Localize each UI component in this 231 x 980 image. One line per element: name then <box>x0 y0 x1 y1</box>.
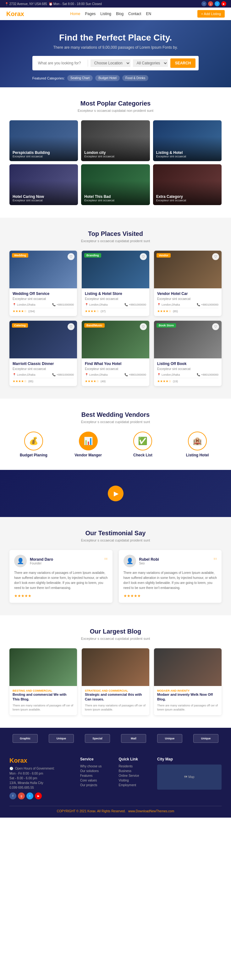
testi-name-2: Rubel Robi <box>139 557 159 562</box>
place-name-5: Find What You Hotel <box>85 361 146 366</box>
navbar: Korax Home Pages Listing Blog Contact EN… <box>0 8 231 20</box>
vendor-icon-budget: 💰 <box>24 431 43 450</box>
testi-text-2: There are many variations of passages of… <box>124 570 217 590</box>
testi-avatar-1: 👤 <box>14 555 27 567</box>
nav-listing[interactable]: Listing <box>100 12 111 16</box>
googleplus-icon-top[interactable]: g <box>208 1 213 6</box>
testimonial-2: 👤 Rubel Robi Seo " There are many variat… <box>119 550 222 603</box>
logo[interactable]: Korax <box>6 10 24 18</box>
featured-tag-seating[interactable]: Seating Chart <box>67 75 93 81</box>
footer-service-link-3[interactable]: Features <box>80 774 113 777</box>
place-badge-4: Catering <box>12 323 28 328</box>
footer-service-link-5[interactable]: Our projects <box>80 783 113 787</box>
place-reviews-3: (85) <box>173 310 178 313</box>
popular-categories-title: Most Poplar Categories <box>10 100 221 107</box>
featured-tag-hotel[interactable]: Budget Hotel <box>95 75 120 81</box>
place-desc-4: Excepteur sint occaecat <box>13 367 74 371</box>
footer-quick-link-4[interactable]: Visiting <box>119 779 151 782</box>
place-reviews-6: (19) <box>173 380 178 383</box>
category-card-6[interactable]: Extra Category Excepteur sint occaecat <box>153 164 221 205</box>
places-grid: Wedding ♡ Wedding Off Service Excepteur … <box>10 251 221 386</box>
footer-citymap: City Map 🗺 Map <box>157 757 221 799</box>
fav-btn-2[interactable]: ♡ <box>140 253 147 260</box>
footer-quicklink-title: Quick Link <box>119 757 151 761</box>
blog-card-2[interactable]: Strategic and commercial Strategic and c… <box>82 648 149 715</box>
place-phone-6: 📞 +8801000000 <box>197 373 218 376</box>
map-placeholder: 🗺 Map <box>157 765 221 790</box>
nav-contact[interactable]: Contact <box>128 12 141 16</box>
footer: Korax 🕐Open Hours of Government: Mon - F… <box>0 749 231 818</box>
place-card-2[interactable]: Branding ♡ Listing & Hotel Store Excepte… <box>82 251 149 316</box>
place-img-4: Catering ♡ <box>10 321 77 358</box>
play-button[interactable]: ▶ <box>108 485 124 501</box>
featured-tag-food[interactable]: Food & Drinks <box>122 75 148 81</box>
category-card-4[interactable]: Hotel Caring Now Excepteur sint occaecat <box>10 164 78 205</box>
fav-btn-3[interactable]: ♡ <box>212 253 219 260</box>
category-select[interactable]: All Categories <box>133 59 168 67</box>
nav-home[interactable]: Home <box>70 12 80 16</box>
location-select[interactable]: Choose Location <box>91 59 131 67</box>
fav-btn-5[interactable]: ♡ <box>140 323 147 330</box>
blog-title: Our Largest Blog <box>10 628 221 635</box>
footer-quick-link-1[interactable]: Residents <box>119 765 151 768</box>
place-loc-2: 📍 London,Dhaka <box>85 303 108 306</box>
add-listing-button[interactable]: + Add Listing <box>198 10 225 18</box>
footer-quick-link-2[interactable]: Business <box>119 769 151 773</box>
fav-btn-1[interactable]: ♡ <box>68 253 75 260</box>
blog-img-3 <box>154 648 221 686</box>
testi-info-2: Rubel Robi Seo <box>139 557 159 565</box>
footer-google-icon[interactable]: g <box>18 792 25 799</box>
footer-service-link-2[interactable]: Our solutions <box>80 769 113 773</box>
hero-section: Find the Perfect Place City. There are m… <box>0 20 231 88</box>
blog-card-3[interactable]: Modaer and inventy Modaer and inventy We… <box>154 648 221 715</box>
footer-service-link-4[interactable]: Core values <box>80 779 113 782</box>
place-badge-3: Vendor <box>156 253 170 258</box>
footer-quick-link-5[interactable]: Employment <box>119 783 151 787</box>
search-input[interactable] <box>35 60 88 67</box>
category-card-2[interactable]: London city Excepteur sint occaecat <box>81 120 150 161</box>
place-name-1: Wedding Off Service <box>13 291 74 296</box>
nav-blog[interactable]: Blog <box>116 12 124 16</box>
footer-service: Service Why choose us Our solutions Feat… <box>80 757 113 799</box>
place-card-5[interactable]: Band/Music ♡ Find What You Hotel Excepte… <box>82 321 149 386</box>
category-card-3[interactable]: Listing & Hotel Excepteur sint occaecat <box>153 120 221 161</box>
place-name-4: Marriott Classic Dinner <box>13 361 74 366</box>
fav-btn-4[interactable]: ♡ <box>68 323 75 330</box>
facebook-icon-top[interactable]: f <box>201 1 207 6</box>
place-card-1[interactable]: Wedding ♡ Wedding Off Service Excepteur … <box>10 251 77 316</box>
address-text: 📍 2732 Avenue, NY USA 685 ⏰ Mon - Sat 8:… <box>5 2 102 6</box>
footer-quick-link-3[interactable]: Online Service <box>119 774 151 777</box>
nav-pages[interactable]: Pages <box>85 12 96 16</box>
cat-sub-1: Excepteur sint occaecat <box>13 155 50 158</box>
category-card-5[interactable]: Hotel This Bad Excepteur sint occaecat <box>81 164 150 205</box>
category-card-1[interactable]: Perspiciatis Building Excepteur sint occ… <box>10 120 78 161</box>
fav-btn-6[interactable]: ♡ <box>212 323 219 330</box>
footer-hours-label: 🕐Open Hours of Government: <box>10 767 74 770</box>
top-places-section: Top Places Visited Excepteur s occaecat … <box>0 218 231 399</box>
nav-links: Home Pages Listing Blog Contact EN <box>70 12 151 16</box>
vendor-icon-hotel: 🏨 <box>188 431 207 450</box>
twitter-icon-top[interactable]: t <box>215 1 220 6</box>
testi-avatar-2: 👤 <box>124 555 136 567</box>
place-card-3[interactable]: Vendor ♡ Vendor Hotel Car Excepteur sint… <box>154 251 221 316</box>
testi-stars-1: ★★★★★ <box>14 593 108 598</box>
testi-name-1: Morand Daro <box>30 557 53 562</box>
testi-role-2: Seo <box>139 562 159 565</box>
place-loc-4: 📍 London,Dhaka <box>13 373 35 376</box>
footer-service-link-1[interactable]: Why choose us <box>80 765 113 768</box>
youtube-icon-top[interactable]: ▶ <box>221 1 226 6</box>
place-card-6[interactable]: Book Store ♡ Listing Off Book Excepteur … <box>154 321 221 386</box>
blog-img-2 <box>82 648 149 686</box>
footer-youtube-icon[interactable]: ▶ <box>35 792 42 799</box>
footer-hours-sat: Sat - 8.00 - 6.00 pm <box>10 776 74 780</box>
brand-3: Special <box>85 734 110 743</box>
footer-facebook-icon[interactable]: f <box>10 792 16 799</box>
blog-text-3: There are many variations of passages of… <box>157 703 218 712</box>
search-button[interactable]: SEARCH <box>170 59 196 68</box>
blog-card-1[interactable]: Besting and commercial Besting and comme… <box>10 648 77 715</box>
place-card-4[interactable]: Catering ♡ Marriott Classic Dinner Excep… <box>10 321 77 386</box>
testimonials-section: Our Testimonial Say Excepteur s occaecat… <box>0 517 231 615</box>
nav-lang[interactable]: EN <box>146 12 151 16</box>
place-loc-3: 📍 London,Dhaka <box>157 303 180 306</box>
footer-twitter-icon[interactable]: t <box>26 792 33 799</box>
